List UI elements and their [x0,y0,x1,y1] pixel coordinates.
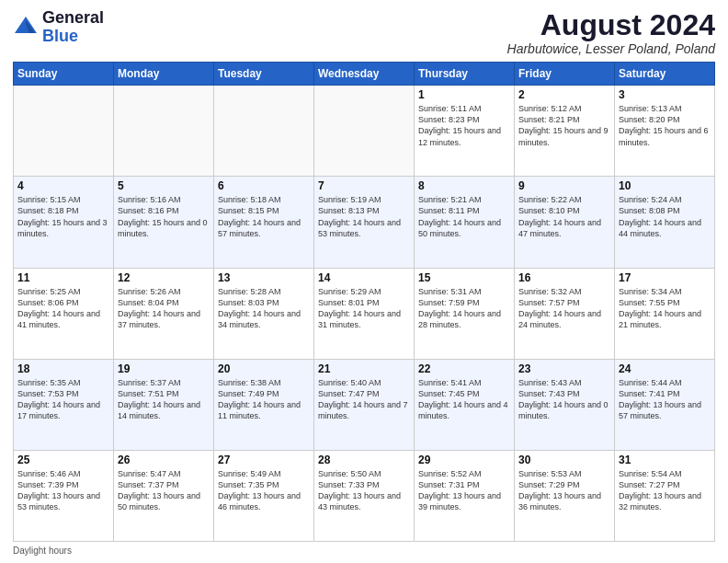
day-info: Sunrise: 5:50 AM Sunset: 7:33 PM Dayligh… [318,468,410,513]
day-info: Sunrise: 5:49 AM Sunset: 7:35 PM Dayligh… [218,468,310,513]
day-number: 1 [418,88,510,101]
day-number: 5 [118,179,210,192]
day-info: Sunrise: 5:44 AM Sunset: 7:41 PM Dayligh… [619,377,711,422]
day-info: Sunrise: 5:34 AM Sunset: 7:55 PM Dayligh… [619,286,711,331]
day-info: Sunrise: 5:13 AM Sunset: 8:20 PM Dayligh… [619,103,711,148]
header-row: SundayMondayTuesdayWednesdayThursdayFrid… [14,63,715,86]
day-info: Sunrise: 5:15 AM Sunset: 8:18 PM Dayligh… [17,194,109,239]
day-cell: 3Sunrise: 5:13 AM Sunset: 8:20 PM Daylig… [615,86,715,177]
day-cell: 31Sunrise: 5:54 AM Sunset: 7:27 PM Dayli… [615,450,715,541]
day-number: 28 [318,454,410,466]
day-info: Sunrise: 5:40 AM Sunset: 7:47 PM Dayligh… [318,377,410,422]
day-number: 8 [418,179,510,192]
day-cell [114,86,214,177]
title-area: August 2024 Harbutowice, Lesser Poland, … [507,9,715,56]
day-number: 13 [218,271,310,284]
day-number: 4 [17,179,109,192]
day-cell: 12Sunrise: 5:26 AM Sunset: 8:04 PM Dayli… [114,268,214,359]
day-cell: 25Sunrise: 5:46 AM Sunset: 7:39 PM Dayli… [14,450,114,541]
day-cell: 29Sunrise: 5:52 AM Sunset: 7:31 PM Dayli… [415,450,515,541]
logo-area: General Blue [13,9,104,46]
col-header-friday: Friday [515,63,615,86]
month-title: August 2024 [507,9,715,41]
day-cell: 14Sunrise: 5:29 AM Sunset: 8:01 PM Dayli… [314,268,415,359]
day-info: Sunrise: 5:46 AM Sunset: 7:39 PM Dayligh… [17,468,109,513]
day-info: Sunrise: 5:18 AM Sunset: 8:15 PM Dayligh… [218,194,310,239]
col-header-monday: Monday [114,63,214,86]
day-number: 19 [118,362,210,375]
day-number: 17 [619,271,711,284]
day-cell: 20Sunrise: 5:38 AM Sunset: 7:49 PM Dayli… [214,359,314,450]
calendar: SundayMondayTuesdayWednesdayThursdayFrid… [13,62,715,542]
day-number: 9 [518,179,610,192]
day-cell: 17Sunrise: 5:34 AM Sunset: 7:55 PM Dayli… [615,268,715,359]
week-row-4: 18Sunrise: 5:35 AM Sunset: 7:53 PM Dayli… [14,359,715,450]
day-info: Sunrise: 5:54 AM Sunset: 7:27 PM Dayligh… [619,468,711,513]
day-cell: 19Sunrise: 5:37 AM Sunset: 7:51 PM Dayli… [114,359,214,450]
day-cell: 15Sunrise: 5:31 AM Sunset: 7:59 PM Dayli… [415,268,515,359]
day-cell: 27Sunrise: 5:49 AM Sunset: 7:35 PM Dayli… [214,450,314,541]
logo-text: General Blue [42,9,104,46]
col-header-saturday: Saturday [615,63,715,86]
day-number: 25 [17,454,109,466]
col-header-sunday: Sunday [14,63,114,86]
day-cell: 26Sunrise: 5:47 AM Sunset: 7:37 PM Dayli… [114,450,214,541]
day-info: Sunrise: 5:28 AM Sunset: 8:03 PM Dayligh… [218,286,310,331]
day-info: Sunrise: 5:32 AM Sunset: 7:57 PM Dayligh… [518,286,610,331]
day-number: 30 [518,454,610,466]
day-number: 18 [17,362,109,375]
day-number: 11 [17,271,109,284]
day-cell [214,86,314,177]
day-cell: 6Sunrise: 5:18 AM Sunset: 8:15 PM Daylig… [214,177,314,268]
location: Harbutowice, Lesser Poland, Poland [507,41,715,56]
day-number: 16 [518,271,610,284]
day-info: Sunrise: 5:21 AM Sunset: 8:11 PM Dayligh… [418,194,510,239]
day-info: Sunrise: 5:19 AM Sunset: 8:13 PM Dayligh… [318,194,410,239]
day-cell: 1Sunrise: 5:11 AM Sunset: 8:23 PM Daylig… [415,86,515,177]
day-info: Sunrise: 5:52 AM Sunset: 7:31 PM Dayligh… [418,468,510,513]
day-info: Sunrise: 5:11 AM Sunset: 8:23 PM Dayligh… [418,103,510,148]
day-cell: 16Sunrise: 5:32 AM Sunset: 7:57 PM Dayli… [515,268,615,359]
day-number: 31 [619,454,711,466]
logo-general: General [42,9,104,28]
col-header-tuesday: Tuesday [214,63,314,86]
day-number: 3 [619,88,711,101]
day-number: 12 [118,271,210,284]
day-cell: 4Sunrise: 5:15 AM Sunset: 8:18 PM Daylig… [14,177,114,268]
day-cell: 23Sunrise: 5:43 AM Sunset: 7:43 PM Dayli… [515,359,615,450]
day-cell: 22Sunrise: 5:41 AM Sunset: 7:45 PM Dayli… [415,359,515,450]
col-header-thursday: Thursday [415,63,515,86]
week-row-5: 25Sunrise: 5:46 AM Sunset: 7:39 PM Dayli… [14,450,715,541]
day-cell: 30Sunrise: 5:53 AM Sunset: 7:29 PM Dayli… [515,450,615,541]
day-number: 2 [518,88,610,101]
week-row-1: 1Sunrise: 5:11 AM Sunset: 8:23 PM Daylig… [14,86,715,177]
day-info: Sunrise: 5:47 AM Sunset: 7:37 PM Dayligh… [118,468,210,513]
day-cell: 10Sunrise: 5:24 AM Sunset: 8:08 PM Dayli… [615,177,715,268]
day-info: Sunrise: 5:43 AM Sunset: 7:43 PM Dayligh… [518,377,610,422]
day-cell: 8Sunrise: 5:21 AM Sunset: 8:11 PM Daylig… [415,177,515,268]
week-row-3: 11Sunrise: 5:25 AM Sunset: 8:06 PM Dayli… [14,268,715,359]
day-cell: 5Sunrise: 5:16 AM Sunset: 8:16 PM Daylig… [114,177,214,268]
day-number: 15 [418,271,510,284]
day-cell [14,86,114,177]
day-info: Sunrise: 5:53 AM Sunset: 7:29 PM Dayligh… [518,468,610,513]
day-number: 6 [218,179,310,192]
day-info: Sunrise: 5:31 AM Sunset: 7:59 PM Dayligh… [418,286,510,331]
day-number: 21 [318,362,410,375]
col-header-wednesday: Wednesday [314,63,415,86]
day-info: Sunrise: 5:25 AM Sunset: 8:06 PM Dayligh… [17,286,109,331]
day-info: Sunrise: 5:38 AM Sunset: 7:49 PM Dayligh… [218,377,310,422]
day-number: 10 [619,179,711,192]
day-info: Sunrise: 5:24 AM Sunset: 8:08 PM Dayligh… [619,194,711,239]
day-cell: 28Sunrise: 5:50 AM Sunset: 7:33 PM Dayli… [314,450,415,541]
logo-blue: Blue [42,28,104,46]
day-cell [314,86,415,177]
day-number: 14 [318,271,410,284]
day-number: 24 [619,362,711,375]
day-number: 26 [118,454,210,466]
footer-note: Daylight hours [13,546,715,556]
header: General Blue August 2024 Harbutowice, Le… [13,9,715,56]
day-cell: 13Sunrise: 5:28 AM Sunset: 8:03 PM Dayli… [214,268,314,359]
logo-icon [13,15,39,40]
day-info: Sunrise: 5:35 AM Sunset: 7:53 PM Dayligh… [17,377,109,422]
